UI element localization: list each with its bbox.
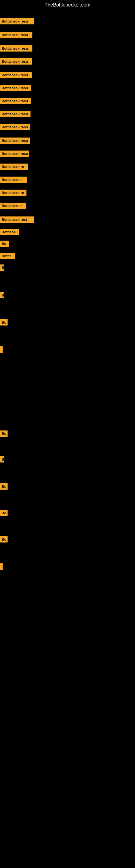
bottleneck-bar-10: Bottleneck resu	[0, 137, 30, 144]
bottleneck-bar-8: Bottleneck resu	[0, 111, 31, 117]
site-title: TheBottlenecker.com	[0, 0, 135, 10]
bottleneck-bar-29: |	[0, 563, 3, 569]
bottleneck-bar-6: Bottleneck resu	[0, 85, 31, 91]
bottleneck-bar-21: B	[0, 292, 4, 299]
bottleneck-bar-2: Bottleneck resu	[0, 32, 32, 38]
bottleneck-bar-15: Bottleneck r	[0, 203, 26, 209]
bottleneck-bar-7: Bottleneck resu	[0, 98, 31, 104]
bottleneck-bar-1: Bottleneck resu	[0, 18, 34, 24]
bottleneck-bar-24: Bo	[0, 431, 8, 437]
bottleneck-bar-4: Bottleneck resu	[0, 58, 32, 65]
bottleneck-bar-20: B	[0, 265, 4, 271]
bottleneck-bar-26: Bo	[0, 484, 8, 490]
bottleneck-bar-17: Bottlene	[0, 229, 19, 235]
bottleneck-bar-28: Bo	[0, 536, 8, 542]
bottleneck-bar-27: Bo	[0, 510, 8, 516]
bottleneck-bar-13: Bottleneck r	[0, 177, 27, 183]
bottleneck-bar-22: Bo	[0, 319, 8, 326]
bottleneck-bar-18: Bo	[0, 241, 9, 247]
bottleneck-bar-16: Bottleneck rest	[0, 216, 34, 223]
bottleneck-bar-19: Bottle	[0, 253, 15, 259]
bottleneck-bar-9: Bottleneck resu	[0, 124, 30, 130]
bottleneck-bar-3: Bottleneck resu	[0, 45, 32, 52]
bottleneck-bar-11: Bottleneck resu	[0, 151, 29, 157]
bottleneck-bar-23: |	[0, 346, 3, 352]
bottleneck-bar-25: B	[0, 456, 4, 463]
bottleneck-bar-5: Bottleneck resu	[0, 72, 32, 78]
bottleneck-bar-12: Bottleneck re	[0, 163, 28, 170]
bottleneck-bar-14: Bottleneck re	[0, 190, 27, 196]
